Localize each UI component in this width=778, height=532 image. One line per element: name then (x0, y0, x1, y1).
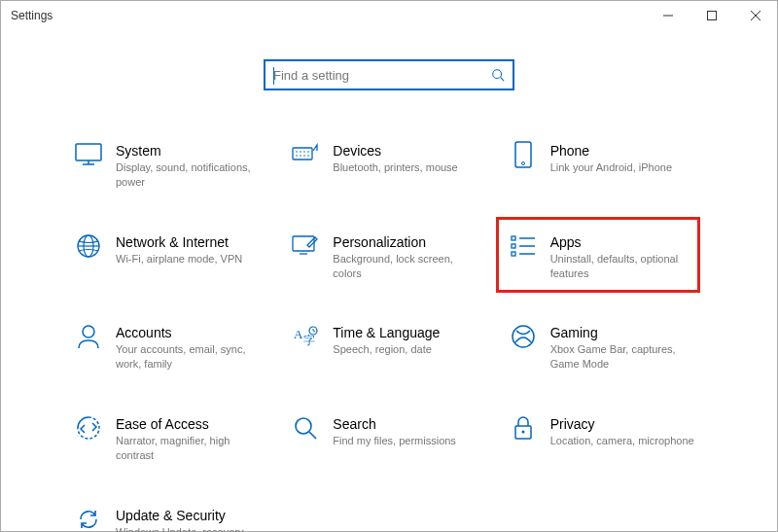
tile-ease-of-access[interactable]: Ease of Access Narrator, magnifier, high… (69, 410, 274, 467)
apps-list-icon (510, 232, 537, 260)
sync-icon (75, 506, 102, 532)
tile-title: Network & Internet (116, 234, 268, 250)
close-button[interactable] (733, 1, 777, 30)
tile-subtitle: Link your Android, iPhone (550, 160, 696, 175)
tile-accounts[interactable]: Accounts Your accounts, email, sync, wor… (69, 319, 274, 375)
tile-subtitle: Wi-Fi, airplane mode, VPN (116, 252, 262, 266)
settings-window: Settings (0, 0, 778, 532)
search-wrap (69, 59, 709, 90)
window-title: Settings (11, 9, 53, 22)
svg-point-31 (83, 326, 94, 337)
window-controls (646, 1, 777, 30)
categories-grid: System Display, sound, notifications, po… (69, 137, 709, 532)
tile-subtitle: Your accounts, email, sync, work, family (116, 342, 262, 372)
tile-subtitle: Display, sound, notifications, power (116, 160, 262, 190)
tile-subtitle: Xbox Game Bar, captures, Game Mode (550, 342, 696, 372)
tile-title: Privacy (550, 416, 703, 432)
svg-rect-1 (707, 12, 716, 20)
minimize-button[interactable] (646, 1, 690, 30)
svg-point-14 (297, 155, 299, 157)
keyboard-icon (292, 141, 319, 168)
magnifier-icon (292, 414, 319, 442)
search-icon (491, 68, 505, 82)
tile-privacy[interactable]: Privacy Location, camera, microphone (504, 410, 709, 467)
person-icon (75, 323, 102, 350)
tile-devices[interactable]: Devices Bluetooth, printers, mouse (286, 137, 491, 194)
svg-point-4 (493, 70, 502, 79)
text-caret (273, 67, 274, 85)
svg-text:A: A (294, 327, 303, 341)
tile-apps[interactable]: Apps Uninstall, defaults, optional featu… (504, 229, 709, 285)
tile-title: Phone (550, 143, 703, 159)
svg-point-10 (297, 151, 299, 153)
svg-point-19 (521, 162, 524, 165)
tile-title: Accounts (116, 325, 268, 340)
language-icon: A字 (292, 323, 319, 350)
tile-title: Devices (333, 143, 485, 159)
svg-rect-26 (512, 244, 515, 248)
svg-point-38 (296, 418, 311, 434)
search-input[interactable] (273, 68, 491, 83)
tile-search[interactable]: Search Find my files, permissions (286, 410, 491, 467)
ease-of-access-icon (75, 414, 102, 442)
titlebar: Settings (1, 1, 777, 30)
tile-subtitle: Background, lock screen, colors (333, 252, 478, 281)
tile-subtitle: Narrator, magnifier, high contrast (116, 434, 262, 463)
tile-time-language[interactable]: A字 Time & Language Speech, region, date (286, 319, 491, 375)
search-box[interactable] (264, 59, 514, 90)
display-icon (75, 141, 102, 168)
tile-phone[interactable]: Phone Link your Android, iPhone (504, 137, 709, 194)
svg-point-37 (513, 326, 534, 347)
svg-rect-18 (515, 142, 531, 167)
xbox-icon (510, 323, 537, 350)
tile-title: Gaming (550, 325, 703, 340)
tile-update-security[interactable]: Update & Security Windows Update, recove… (69, 502, 274, 532)
svg-point-15 (301, 155, 302, 157)
tile-title: Apps (550, 234, 703, 250)
svg-rect-27 (512, 252, 515, 256)
svg-point-13 (308, 151, 310, 153)
tile-system[interactable]: System Display, sound, notifications, po… (69, 137, 274, 194)
tile-title: Search (333, 416, 485, 432)
tile-subtitle: Uninstall, defaults, optional features (550, 252, 696, 281)
maximize-button[interactable] (690, 1, 733, 30)
tile-network[interactable]: Network & Internet Wi-Fi, airplane mode,… (69, 229, 274, 285)
svg-line-39 (309, 432, 316, 439)
svg-text:字: 字 (303, 334, 315, 347)
svg-line-5 (501, 78, 505, 82)
tile-title: Personalization (333, 234, 485, 250)
tile-title: Update & Security (116, 508, 268, 523)
svg-line-36 (313, 331, 315, 332)
svg-point-12 (304, 151, 306, 153)
tile-subtitle: Windows Update, recovery, backup (116, 525, 262, 532)
svg-rect-6 (76, 144, 101, 160)
tile-subtitle: Speech, region, date (333, 342, 478, 357)
lock-icon (510, 414, 537, 442)
phone-icon (510, 141, 537, 168)
tile-gaming[interactable]: Gaming Xbox Game Bar, captures, Game Mod… (504, 319, 709, 375)
svg-point-16 (304, 155, 306, 157)
tile-subtitle: Location, camera, microphone (550, 434, 696, 448)
svg-rect-23 (293, 236, 314, 251)
svg-rect-9 (293, 148, 312, 160)
tile-title: Time & Language (333, 325, 485, 340)
globe-icon (75, 232, 102, 260)
svg-point-41 (521, 431, 524, 434)
tile-personalization[interactable]: Personalization Background, lock screen,… (286, 229, 491, 285)
tile-subtitle: Bluetooth, printers, mouse (333, 160, 478, 175)
paintbrush-icon (292, 232, 319, 260)
svg-rect-25 (512, 236, 515, 240)
svg-point-17 (308, 155, 310, 157)
svg-point-11 (301, 151, 302, 153)
tile-title: Ease of Access (116, 416, 268, 432)
tile-title: System (116, 143, 268, 159)
content-area: System Display, sound, notifications, po… (1, 30, 777, 532)
tile-subtitle: Find my files, permissions (333, 434, 478, 448)
